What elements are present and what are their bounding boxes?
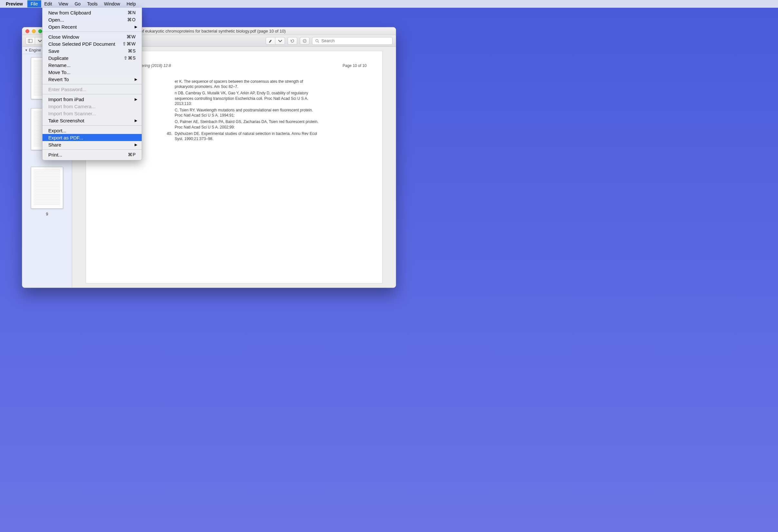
menu-item-shortcut: ⌘O: [127, 17, 136, 22]
rotate-button[interactable]: [288, 37, 297, 45]
submenu-arrow-icon: ▶: [135, 97, 137, 101]
menu-tools[interactable]: Tools: [84, 0, 101, 7]
menu-item-shortcut: ⌘S: [128, 48, 136, 54]
menu-item-label: Print...: [48, 152, 128, 157]
markup-segmented[interactable]: [266, 37, 285, 45]
chevron-down-icon: [278, 39, 283, 43]
reference-text: C, Tsien RY. Wavelength mutations and po…: [175, 107, 320, 118]
minimize-window-button[interactable]: [32, 29, 36, 33]
menu-item-shortcut: ⇧⌘S: [124, 55, 136, 61]
menu-item-label: Export as PDF...: [48, 135, 136, 140]
menu-item-shortcut: ⌘W: [127, 34, 136, 39]
menu-item-label: New from Clipboard: [48, 10, 128, 15]
svg-line-4: [318, 42, 319, 43]
menu-item-take-screenshot[interactable]: Take Screenshot▶: [43, 117, 142, 124]
menu-item-revert-to[interactable]: Revert To▶: [43, 76, 142, 83]
menu-item-label: Revert To: [48, 77, 136, 82]
svg-rect-0: [28, 39, 32, 43]
reference-entry: O, Palmer AE, Steinbach PA, Baird GS, Za…: [166, 119, 320, 130]
thumbnail-page-number: 9: [22, 212, 72, 216]
svg-point-3: [316, 39, 318, 42]
sidebar-heading-label: Engine: [29, 48, 41, 53]
submenu-arrow-icon: ▶: [135, 143, 137, 147]
menu-item-close-selected-pdf-document[interactable]: Close Selected PDF Document⇧⌘W: [43, 40, 142, 47]
menu-item-shortcut: ⇧⌘W: [123, 41, 136, 47]
reference-number: [166, 119, 175, 130]
submenu-arrow-icon: ▶: [135, 25, 137, 29]
menu-item-move-to[interactable]: Move To...: [43, 69, 142, 76]
menu-item-export-as-pdf[interactable]: Export as PDF...: [43, 134, 142, 141]
menu-item-label: Import from iPad: [48, 97, 136, 102]
menu-item-label: Export...: [48, 128, 136, 133]
highlight-menu-button[interactable]: [275, 37, 285, 45]
menu-item-label: Rename...: [48, 63, 136, 68]
menu-item-new-from-clipboard[interactable]: New from Clipboard⌘N: [43, 9, 142, 16]
menu-item-duplicate[interactable]: Duplicate⇧⌘S: [43, 55, 142, 62]
menu-item-import-from-camera: Import from Camera...: [43, 103, 142, 110]
sidebar-icon: [28, 39, 32, 43]
reference-text: O, Palmer AE, Steinbach PA, Baird GS, Za…: [175, 119, 320, 130]
menu-item-import-from-scanner: Import from Scanner...: [43, 110, 142, 117]
reference-entry: n DB, Cambray G, Mutalik VK, Gao Y, Arki…: [166, 90, 320, 106]
menu-item-label: Close Selected PDF Document: [48, 41, 123, 47]
menu-item-enter-password: Enter Password...: [43, 86, 142, 93]
page-number-label: Page 10 of 10: [342, 63, 367, 68]
menu-item-label: Open...: [48, 17, 127, 22]
search-icon: [315, 39, 319, 43]
markup-pen-icon: [302, 39, 307, 43]
reference-text: Dykhuizen DE. Experimental studies of na…: [175, 131, 320, 141]
menu-go[interactable]: Go: [72, 0, 84, 7]
menu-item-rename[interactable]: Rename...: [43, 62, 142, 69]
reference-text: n DB, Cambray G, Mutalik VK, Gao Y, Arki…: [175, 90, 320, 106]
menubar: Preview FileEditViewGoToolsWindowHelp: [0, 0, 778, 8]
sidebar-view-segmented[interactable]: [25, 37, 45, 45]
submenu-arrow-icon: ▶: [135, 119, 137, 123]
menu-item-label: Close Window: [48, 34, 127, 40]
menu-file[interactable]: File: [27, 0, 41, 7]
menu-item-label: Take Screenshot: [48, 118, 136, 123]
reference-entry: C, Tsien RY. Wavelength mutations and po…: [166, 107, 320, 118]
menu-item-label: Import from Scanner...: [48, 111, 136, 116]
disclosure-triangle-icon[interactable]: ▼: [25, 49, 28, 52]
menu-help[interactable]: Help: [123, 0, 139, 7]
reference-entry: er K. The sequence of spacers between th…: [166, 79, 320, 89]
menu-item-label: Share: [48, 142, 136, 148]
close-window-button[interactable]: [25, 29, 29, 33]
menu-item-label: Import from Camera...: [48, 104, 136, 109]
menu-item-import-from-ipad[interactable]: Import from iPad▶: [43, 96, 142, 103]
menu-item-label: Enter Password...: [48, 87, 136, 92]
menu-item-export[interactable]: Export...: [43, 127, 142, 134]
markup-toolbar-button[interactable]: [300, 37, 309, 45]
menu-item-open[interactable]: Open...⌘O: [43, 16, 142, 23]
reference-number: [166, 107, 175, 118]
app-name[interactable]: Preview: [6, 1, 23, 6]
menu-edit[interactable]: Edit: [41, 0, 55, 7]
menu-view[interactable]: View: [55, 0, 72, 7]
menu-item-close-window[interactable]: Close Window⌘W: [43, 33, 142, 40]
highlight-button[interactable]: [266, 37, 275, 45]
reference-number: [166, 79, 175, 89]
reference-text: er K. The sequence of spacers between th…: [175, 79, 320, 89]
menu-item-open-recent[interactable]: Open Recent▶: [43, 23, 142, 30]
sidebar-toggle-button[interactable]: [25, 37, 35, 45]
search-field[interactable]: [312, 37, 393, 45]
menu-item-share[interactable]: Share▶: [43, 141, 142, 148]
menu-window[interactable]: Window: [101, 0, 123, 7]
page-thumbnail[interactable]: [31, 167, 63, 209]
window-controls: [25, 29, 42, 33]
menu-item-label: Duplicate: [48, 55, 124, 61]
zoom-window-button[interactable]: [38, 29, 42, 33]
rotate-icon: [290, 39, 295, 43]
menu-item-save[interactable]: Save⌘S: [43, 47, 142, 55]
reference-number: 40.: [166, 131, 175, 141]
menu-item-print[interactable]: Print...⌘P: [43, 151, 142, 158]
menu-item-shortcut: ⌘N: [128, 10, 136, 15]
menu-item-label: Move To...: [48, 70, 136, 75]
menu-item-label: Save: [48, 48, 128, 54]
search-input[interactable]: [321, 38, 390, 43]
menu-item-shortcut: ⌘P: [128, 152, 136, 157]
file-menu-dropdown: New from Clipboard⌘NOpen...⌘OOpen Recent…: [42, 8, 142, 160]
menu-item-label: Open Recent: [48, 24, 136, 29]
reference-number: [166, 90, 175, 106]
reference-entry: 40.Dykhuizen DE. Experimental studies of…: [166, 131, 320, 141]
